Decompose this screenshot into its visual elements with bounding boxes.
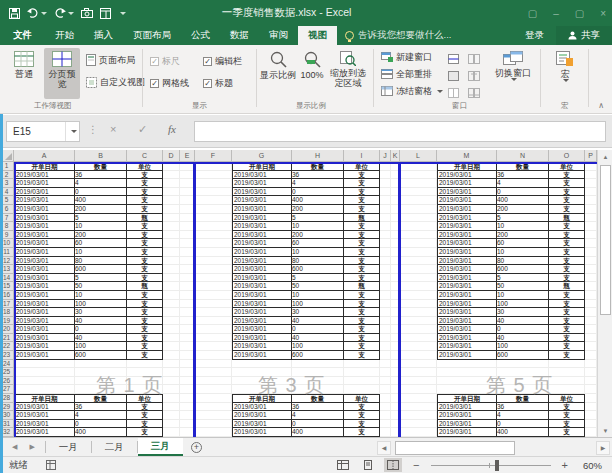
cell-G31[interactable]: 2019/03/01 — [232, 420, 292, 429]
cell-F4[interactable] — [195, 188, 232, 197]
cell-I30[interactable]: 支 — [344, 411, 380, 420]
sheet-tab-january[interactable]: 一月 — [46, 438, 91, 456]
cell-B16[interactable]: 10 — [75, 291, 127, 300]
cell-G17[interactable]: 2019/03/01 — [232, 300, 292, 309]
cell-B2[interactable]: 36 — [75, 171, 127, 180]
cell-H2[interactable]: 36 — [292, 171, 344, 180]
cell-M29[interactable]: 2019/03/01 — [437, 403, 497, 412]
cell-I7[interactable]: 瓶 — [344, 214, 380, 223]
column-header-P[interactable]: P — [585, 150, 597, 162]
cell-L21[interactable] — [400, 334, 437, 343]
cell-P23[interactable] — [585, 351, 597, 360]
cell-C32[interactable]: 支 — [127, 428, 163, 437]
gridlines-checkbox[interactable]: ✓网格线 — [150, 77, 189, 90]
zoom-out-icon[interactable]: − — [413, 459, 419, 471]
cell-O11[interactable]: 支 — [549, 248, 585, 257]
cell-N11[interactable]: 10 — [497, 248, 549, 257]
cell-H23[interactable]: 600 — [292, 351, 344, 360]
cell-I5[interactable]: 支 — [344, 196, 380, 205]
cell-M24[interactable] — [437, 360, 497, 369]
cell-N10[interactable]: 60 — [497, 239, 549, 248]
cell-A2[interactable]: 2019/03/01 — [14, 171, 75, 180]
cell-A31[interactable]: 2019/03/01 — [14, 420, 75, 429]
cell-N17[interactable]: 100 — [497, 300, 549, 309]
cell-B11[interactable]: 10 — [75, 248, 127, 257]
cell-L4[interactable] — [400, 188, 437, 197]
cell-D21[interactable] — [163, 334, 180, 343]
cell-F30[interactable] — [195, 411, 232, 420]
cell-N13[interactable]: 600 — [497, 265, 549, 274]
cell-G15[interactable]: 2019/03/01 — [232, 282, 292, 291]
cell-H20[interactable]: 0 — [292, 325, 344, 334]
switch-windows-qat-icon[interactable] — [100, 8, 111, 19]
insert-function-icon[interactable]: fx — [168, 123, 176, 135]
cell-F24[interactable] — [195, 360, 232, 369]
column-header-F[interactable]: F — [195, 150, 232, 162]
cell-B21[interactable]: 40 — [75, 334, 127, 343]
cell-H12[interactable]: 80 — [292, 257, 344, 266]
tab-file[interactable]: 文件 — [0, 26, 45, 45]
cell-H22[interactable]: 100 — [292, 342, 344, 351]
zoom-to-selection-button[interactable]: 缩放到选定区域 — [328, 48, 368, 99]
cell-P31[interactable] — [585, 420, 597, 429]
cell-L7[interactable] — [400, 214, 437, 223]
horizontal-scroll-track[interactable] — [391, 441, 596, 455]
cell-I32[interactable]: 支 — [344, 428, 380, 437]
cell-C19[interactable]: 支 — [127, 317, 163, 326]
cell-J28[interactable] — [380, 394, 391, 403]
next-sheet-icon[interactable]: ▶ — [29, 443, 34, 451]
cell-H5[interactable]: 400 — [292, 196, 344, 205]
cell-C13[interactable]: 支 — [127, 265, 163, 274]
cell-D8[interactable] — [163, 222, 180, 231]
cell-C9[interactable]: 支 — [127, 231, 163, 240]
cell-D22[interactable] — [163, 342, 180, 351]
cell-J30[interactable] — [380, 411, 391, 420]
cell-G30[interactable]: 2019/03/01 — [232, 411, 292, 420]
cell-I8[interactable]: 支 — [344, 222, 380, 231]
cell-I12[interactable]: 支 — [344, 257, 380, 266]
cell-B4[interactable]: 0 — [75, 188, 127, 197]
cell-O2[interactable]: 支 — [549, 171, 585, 180]
cell-M31[interactable]: 2019/03/01 — [437, 420, 497, 429]
cell-D4[interactable] — [163, 188, 180, 197]
cell-D30[interactable] — [163, 411, 180, 420]
cell-M3[interactable]: 2019/03/01 — [437, 179, 497, 188]
cell-F32[interactable] — [195, 428, 232, 437]
cell-F11[interactable] — [195, 248, 232, 257]
cell-L18[interactable] — [400, 308, 437, 317]
cell-B30[interactable]: 4 — [75, 411, 127, 420]
cell-I15[interactable]: 瓶 — [344, 282, 380, 291]
ribbon-display-options-icon[interactable]: ▢ — [528, 8, 537, 19]
cell-M20[interactable]: 2019/03/01 — [437, 325, 497, 334]
undo-icon[interactable] — [27, 8, 47, 18]
cell-L22[interactable] — [400, 342, 437, 351]
cell-G11[interactable]: 2019/03/01 — [232, 248, 292, 257]
cell-I18[interactable]: 支 — [344, 308, 380, 317]
hide-icon[interactable] — [448, 69, 459, 83]
view-side-by-side-icon[interactable] — [468, 52, 480, 66]
cell-M11[interactable]: 2019/03/01 — [437, 248, 497, 257]
cell-F15[interactable] — [195, 282, 232, 291]
sign-in-button[interactable]: 登录 — [513, 26, 556, 45]
page-layout-button[interactable]: 页面布局 — [86, 53, 135, 67]
zoom-slider-thumb[interactable] — [495, 460, 499, 471]
cell-N24[interactable] — [497, 360, 549, 369]
cell-O31[interactable]: 支 — [549, 420, 585, 429]
cell-J7[interactable] — [380, 214, 391, 223]
cell-P17[interactable] — [585, 300, 597, 309]
cell-L13[interactable] — [400, 265, 437, 274]
cell-C17[interactable]: 支 — [127, 300, 163, 309]
cell-C6[interactable]: 支 — [127, 205, 163, 214]
cell-A30[interactable]: 2019/03/01 — [14, 411, 75, 420]
cell-A10[interactable]: 2019/03/01 — [14, 239, 75, 248]
cell-H30[interactable]: 4 — [292, 411, 344, 420]
cell-I16[interactable]: 支 — [344, 291, 380, 300]
cell-I28[interactable]: 单位 — [344, 394, 380, 403]
cell-L28[interactable] — [400, 394, 437, 403]
cell-G20[interactable]: 2019/03/01 — [232, 325, 292, 334]
cell-D9[interactable] — [163, 231, 180, 240]
cell-G7[interactable]: 2019/03/01 — [232, 214, 292, 223]
cell-J29[interactable] — [380, 403, 391, 412]
cell-L27[interactable] — [400, 385, 437, 394]
cell-J18[interactable] — [380, 308, 391, 317]
